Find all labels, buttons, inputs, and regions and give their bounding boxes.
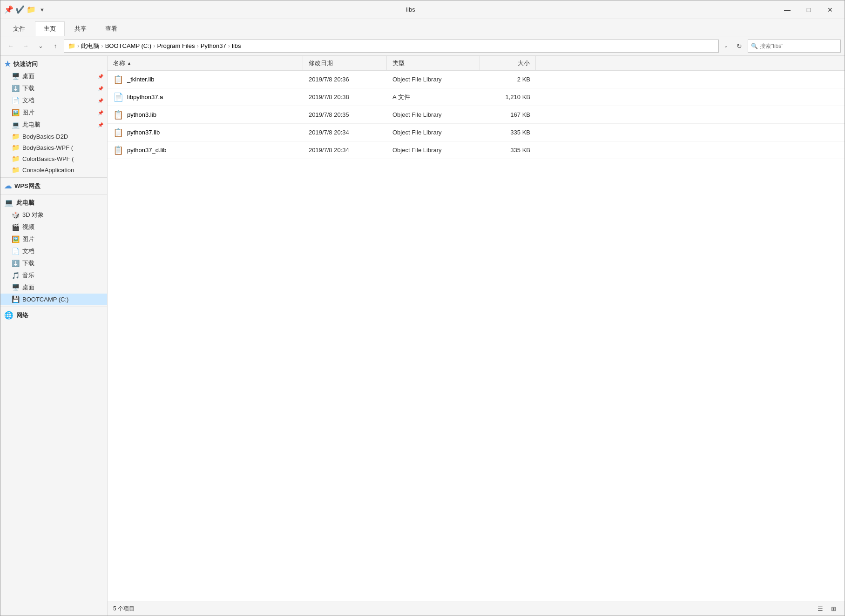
quick-access-star-icon: ★ bbox=[4, 60, 11, 68]
sidebar-item-consoleapp[interactable]: 📁 ConsoleApplication bbox=[0, 164, 107, 175]
table-row[interactable]: 📋 python37_d.lib 2019/7/8 20:34 Object F… bbox=[108, 141, 845, 159]
table-row[interactable]: 📋 _tkinter.lib 2019/7/8 20:36 Object Fil… bbox=[108, 71, 845, 88]
quick-access-header[interactable]: ★ 快速访问 bbox=[0, 58, 107, 70]
view-controls: ☰ ⊞ bbox=[815, 603, 839, 615]
sidebar-item-music[interactable]: 🎵 音乐 bbox=[0, 269, 107, 281]
address-path[interactable]: 📁 › 此电脑 › BOOTCAMP (C:) › Program Files … bbox=[64, 40, 719, 53]
folder-icon: 📁 bbox=[12, 144, 20, 151]
tab-view[interactable]: 查看 bbox=[96, 21, 126, 36]
search-box[interactable]: 🔍 bbox=[748, 40, 841, 53]
content-area: 名称 ▲ 修改日期 类型 大小 📋 _tkinter.li bbox=[108, 56, 845, 616]
network-label: 网络 bbox=[16, 311, 28, 320]
file-date-cell: 2019/7/8 20:35 bbox=[303, 106, 387, 123]
thispc-header[interactable]: 💻 此电脑 bbox=[0, 196, 107, 209]
grid-view-button[interactable]: ⊞ bbox=[828, 603, 839, 615]
table-row[interactable]: 📄 libpython37.a 2019/7/8 20:38 A 文件 1,21… bbox=[108, 88, 845, 106]
music-icon: 🎵 bbox=[12, 272, 20, 279]
details-view-button[interactable]: ☰ bbox=[815, 603, 826, 615]
desktop2-icon: 🖥️ bbox=[12, 284, 20, 291]
col-header-type[interactable]: 类型 bbox=[387, 56, 480, 70]
file-type-cell: Object File Library bbox=[387, 141, 480, 159]
quick-access-label: 快速访问 bbox=[14, 60, 38, 68]
forward-button[interactable]: → bbox=[19, 40, 32, 53]
sidebar-item-colorbasics-wpf[interactable]: 📁 ColorBasics-WPF ( bbox=[0, 153, 107, 164]
sidebar-item-3dobjects[interactable]: 🎲 3D 对象 bbox=[0, 209, 107, 221]
sidebar-item-documents2[interactable]: 📄 文档 bbox=[0, 245, 107, 257]
downloads2-icon: ⬇️ bbox=[12, 260, 20, 267]
sidebar-divider-2 bbox=[0, 194, 107, 194]
sidebar-item-desktop-label: 桌面 bbox=[22, 72, 34, 80]
sidebar-item-documents2-label: 文档 bbox=[22, 247, 34, 255]
minimize-button[interactable]: — bbox=[777, 0, 798, 19]
recent-locations-button[interactable]: ⌄ bbox=[34, 40, 47, 53]
sidebar-item-downloads[interactable]: ⬇️ 下载 📌 bbox=[0, 82, 107, 94]
sidebar-item-pictures[interactable]: 🖼️ 图片 📌 bbox=[0, 107, 107, 119]
wps-cloud-icon: ☁ bbox=[4, 181, 12, 190]
ribbon-tabs: 文件 主页 共享 查看 bbox=[0, 19, 845, 36]
bootcamp-icon: 💾 bbox=[12, 295, 20, 303]
wps-label: WPS网盘 bbox=[14, 182, 41, 190]
documents-icon: 📄 bbox=[12, 97, 20, 104]
breadcrumb-programfiles[interactable]: Program Files bbox=[157, 42, 195, 49]
sidebar-item-bodybasics-wpf[interactable]: 📁 BodyBasics-WPF ( bbox=[0, 142, 107, 153]
sidebar-item-bootcamp[interactable]: 💾 BOOTCAMP (C:) bbox=[0, 294, 107, 305]
sidebar-item-pictures-label: 图片 bbox=[22, 108, 34, 117]
table-row[interactable]: 📋 python37.lib 2019/7/8 20:34 Object Fil… bbox=[108, 124, 845, 141]
pin-icon: 📌 bbox=[98, 74, 103, 79]
search-input[interactable] bbox=[760, 43, 838, 49]
sidebar-item-thispc-quick-label: 此电脑 bbox=[22, 121, 41, 129]
folder-icon: 📁 bbox=[12, 155, 20, 162]
back-button[interactable]: ← bbox=[4, 40, 17, 53]
sidebar-item-bodybasics-d2d[interactable]: 📁 BodyBasics-D2D bbox=[0, 131, 107, 142]
maximize-button[interactable]: □ bbox=[798, 0, 819, 19]
desktop-icon: 🖥️ bbox=[12, 73, 20, 80]
up-button[interactable]: ↑ bbox=[49, 40, 62, 53]
sidebar-item-downloads2-label: 下载 bbox=[22, 259, 34, 268]
sidebar-item-pictures2[interactable]: 🖼️ 图片 bbox=[0, 233, 107, 245]
sidebar-item-desktop2[interactable]: 🖥️ 桌面 bbox=[0, 281, 107, 294]
col-header-size[interactable]: 大小 bbox=[480, 56, 536, 70]
breadcrumb-libs[interactable]: libs bbox=[232, 42, 241, 49]
sidebar-item-3dobjects-label: 3D 对象 bbox=[22, 211, 44, 219]
column-header: 名称 ▲ 修改日期 类型 大小 bbox=[108, 56, 845, 71]
sidebar-item-documents[interactable]: 📄 文档 📌 bbox=[0, 94, 107, 107]
window-folder-icon: 📁 bbox=[27, 5, 36, 14]
pin-icon: 📌 bbox=[98, 98, 103, 103]
file-name-cell: 📋 python37.lib bbox=[108, 124, 303, 141]
file-size-cell: 1,210 KB bbox=[480, 88, 536, 106]
pictures-icon: 🖼️ bbox=[12, 109, 20, 116]
file-name-cell: 📋 python3.lib bbox=[108, 106, 303, 123]
breadcrumb-python37[interactable]: Python37 bbox=[201, 42, 226, 49]
sidebar-item-downloads2[interactable]: ⬇️ 下载 bbox=[0, 257, 107, 269]
col-header-date[interactable]: 修改日期 bbox=[303, 56, 387, 70]
network-header[interactable]: 🌐 网络 bbox=[0, 309, 107, 321]
status-bar: 5 个项目 ☰ ⊞ bbox=[108, 602, 845, 616]
file-name-cell: 📋 _tkinter.lib bbox=[108, 71, 303, 88]
file-name-cell: 📄 libpython37.a bbox=[108, 88, 303, 106]
lib-file-icon: 📋 bbox=[113, 145, 123, 155]
breadcrumb-bootcamp[interactable]: BOOTCAMP (C:) bbox=[105, 42, 151, 49]
sidebar-item-thispc-quick[interactable]: 💻 此电脑 📌 bbox=[0, 119, 107, 131]
tab-home[interactable]: 主页 bbox=[35, 21, 65, 36]
wps-header[interactable]: ☁ WPS网盘 bbox=[0, 180, 107, 192]
table-row[interactable]: 📋 python3.lib 2019/7/8 20:35 Object File… bbox=[108, 106, 845, 124]
a-file-icon: 📄 bbox=[113, 92, 123, 102]
sidebar-item-videos[interactable]: 🎬 视频 bbox=[0, 221, 107, 233]
address-dropdown-button[interactable]: ⌄ bbox=[721, 40, 731, 53]
refresh-button[interactable]: ↻ bbox=[733, 40, 746, 53]
sidebar-item-colorbasics-wpf-label: ColorBasics-WPF ( bbox=[22, 155, 74, 162]
pin-icon: 📌 bbox=[98, 122, 103, 127]
documents2-icon: 📄 bbox=[12, 248, 20, 255]
col-header-name[interactable]: 名称 ▲ bbox=[108, 56, 303, 70]
tab-file[interactable]: 文件 bbox=[4, 21, 34, 36]
sidebar-item-videos-label: 视频 bbox=[22, 223, 34, 231]
tab-share[interactable]: 共享 bbox=[66, 21, 95, 36]
thispc-header-icon: 💻 bbox=[4, 198, 14, 207]
close-button[interactable]: ✕ bbox=[819, 0, 841, 19]
pin-icon: 📌 bbox=[98, 86, 103, 91]
title-bar-icons: 📌 ✔️ 📁 ▼ bbox=[4, 5, 45, 14]
breadcrumb-thispc[interactable]: 此电脑 bbox=[81, 42, 99, 50]
sidebar-item-desktop[interactable]: 🖥️ 桌面 📌 bbox=[0, 70, 107, 82]
status-count: 5 个项目 bbox=[113, 605, 135, 613]
title-bar-dropdown-arrow[interactable]: ▼ bbox=[40, 7, 45, 13]
